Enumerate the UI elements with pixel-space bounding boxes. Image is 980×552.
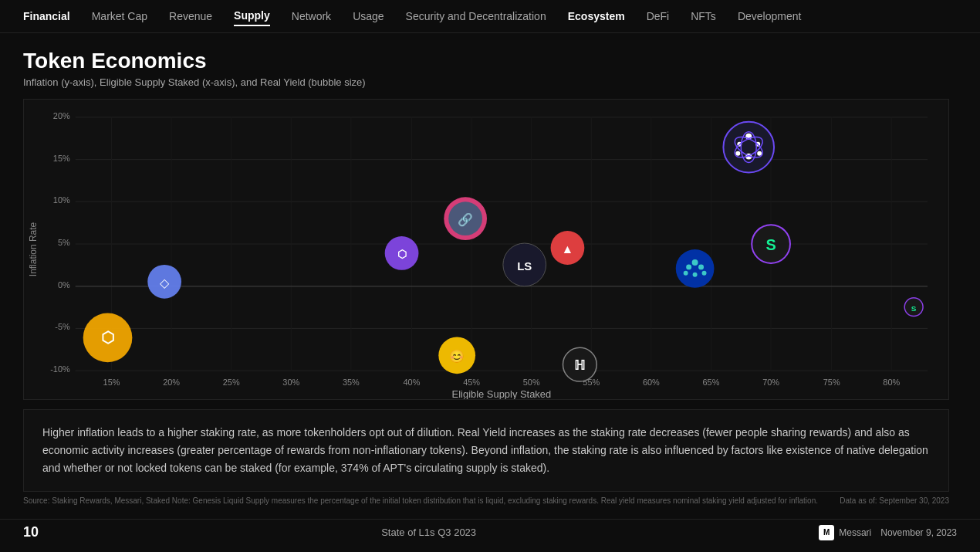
report-title: State of L1s Q3 2023 (381, 527, 476, 538)
svg-point-65 (692, 259, 698, 266)
svg-text:Inflation Rate: Inflation Rate (28, 222, 39, 277)
svg-text:40%: 40% (404, 378, 421, 387)
source-note: Source: Staking Rewards, Messari, Staked… (23, 496, 818, 505)
svg-text:10%: 10% (53, 195, 70, 205)
nav-item-ecosystem[interactable]: Ecosystem (568, 7, 625, 25)
svg-text:65%: 65% (703, 378, 720, 387)
svg-point-70 (702, 271, 707, 276)
chart-container: 20% 15% 10% 5% 0% -5% -10% Inflation Rat… (23, 99, 949, 400)
svg-point-69 (693, 273, 698, 277)
bottom-right: M Messari November 9, 2023 (819, 525, 957, 540)
svg-text:⬡: ⬡ (101, 329, 114, 346)
svg-text:30%: 30% (282, 378, 299, 387)
nav-item-revenue[interactable]: Revenue (169, 7, 212, 25)
svg-point-71 (723, 122, 774, 173)
svg-text:15%: 15% (53, 154, 70, 163)
svg-text:20%: 20% (163, 378, 180, 387)
svg-text:ℍ: ℍ (574, 358, 585, 373)
bubble-hbar: ℍ (563, 347, 596, 381)
main-content: Token Economics Inflation (y-axis), Elig… (0, 33, 980, 513)
nav-item-nfts[interactable]: NFTs (691, 7, 716, 25)
messari-icon: M (819, 525, 834, 540)
nav-item-development[interactable]: Development (738, 7, 802, 25)
bubble-avax: ▲ (551, 231, 585, 265)
footer-notes: Source: Staking Rewards, Messari, Staked… (23, 496, 949, 505)
bubble-grt: 😊 (438, 337, 475, 374)
messari-branding: M Messari (819, 525, 871, 540)
nav-item-supply[interactable]: Supply (234, 6, 270, 26)
svg-text:20%: 20% (53, 111, 70, 120)
svg-text:-5%: -5% (55, 322, 70, 331)
svg-text:5%: 5% (58, 238, 70, 247)
svg-point-66 (686, 264, 691, 269)
svg-text:-10%: -10% (50, 364, 70, 374)
top-navigation: Financial Market Cap Revenue Supply Netw… (0, 0, 980, 33)
svg-text:S: S (911, 304, 917, 313)
svg-point-64 (676, 249, 715, 288)
svg-text:😊: 😊 (449, 349, 465, 364)
bubble-atom (723, 122, 774, 173)
svg-text:75%: 75% (823, 378, 840, 387)
nav-item-network[interactable]: Network (292, 7, 331, 25)
svg-text:◇: ◇ (160, 276, 170, 290)
svg-point-68 (684, 271, 688, 276)
scatter-chart: 20% 15% 10% 5% 0% -5% -10% Inflation Rat… (24, 100, 948, 399)
page-number: 10 (23, 524, 39, 540)
svg-text:Eligible Supply Staked: Eligible Supply Staked (452, 388, 552, 399)
svg-text:35%: 35% (343, 378, 360, 387)
svg-point-67 (698, 264, 704, 269)
svg-text:⬡: ⬡ (397, 248, 407, 260)
description-box: Higher inflation leads to a higher staki… (23, 409, 949, 492)
svg-text:45%: 45% (463, 378, 480, 387)
svg-point-77 (757, 151, 762, 156)
report-date: November 9, 2023 (880, 527, 957, 538)
svg-text:🔗: 🔗 (458, 212, 473, 227)
svg-text:80%: 80% (883, 378, 900, 387)
bubble-sol-large: S (752, 225, 790, 263)
svg-text:25%: 25% (223, 378, 240, 387)
bubble-lido: LS (503, 243, 546, 286)
bubble-link: 🔗 (444, 197, 487, 240)
description-text: Higher inflation leads to a higher staki… (42, 424, 930, 477)
svg-text:70%: 70% (762, 378, 779, 387)
svg-rect-0 (25, 100, 947, 399)
svg-text:60%: 60% (643, 378, 660, 387)
bottom-bar: 10 State of L1s Q3 2023 M Messari Novemb… (0, 519, 980, 545)
nav-item-security[interactable]: Security and Decentralization (406, 7, 546, 25)
bubble-bnb: ⬡ (83, 313, 133, 363)
bubble-polygon: ⬡ (385, 236, 419, 270)
svg-point-75 (735, 151, 740, 156)
svg-text:50%: 50% (523, 378, 540, 387)
chart-title: Token Economics (23, 49, 957, 73)
messari-label: Messari (839, 527, 871, 538)
svg-text:LS: LS (517, 259, 532, 273)
svg-text:S: S (765, 236, 776, 253)
bubble-ada (676, 249, 715, 288)
nav-item-financial[interactable]: Financial (23, 7, 70, 25)
chart-subtitle: Inflation (y-axis), Eligible Supply Stak… (23, 76, 957, 88)
svg-text:▲: ▲ (562, 242, 574, 256)
svg-text:0%: 0% (58, 280, 70, 290)
svg-text:15%: 15% (103, 378, 120, 387)
bubble-eth: ◇ (147, 265, 181, 299)
data-as-of: Data as of: September 30, 2023 (840, 496, 949, 505)
nav-item-marketcap[interactable]: Market Cap (92, 7, 147, 25)
nav-item-defi[interactable]: DeFi (647, 7, 670, 25)
nav-item-usage[interactable]: Usage (353, 7, 384, 25)
bubble-sol-small: S (904, 298, 923, 317)
